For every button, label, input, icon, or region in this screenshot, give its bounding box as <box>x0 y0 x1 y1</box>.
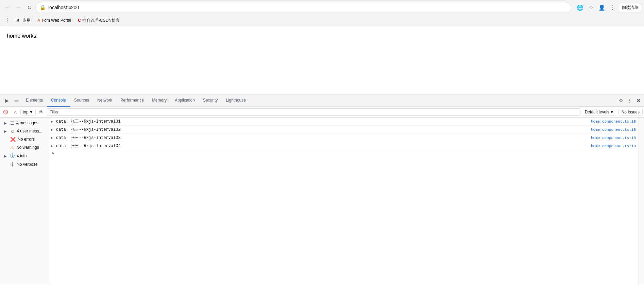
prompt-chevron-icon: ► <box>51 151 56 155</box>
no-issues-button[interactable]: No Issues <box>618 109 643 115</box>
devtools-close-button[interactable]: ✖ <box>634 96 643 105</box>
error-icon: ❌ <box>10 137 16 142</box>
default-levels-dropdown-icon: ▼ <box>610 110 614 114</box>
sidebar-warnings-label: No warnings <box>16 145 39 150</box>
expand-user-icon: ▶ <box>3 128 8 134</box>
nav-bar: ← → ↻ 🔒 localhost:4200 🌐 ☆ 👤 ⋮ 阅读清单 <box>0 0 644 15</box>
no-issues-label: No Issues <box>622 110 640 114</box>
reload-button[interactable]: ↻ <box>24 3 34 12</box>
expand-info-icon: ▶ <box>3 153 8 159</box>
eye-button[interactable]: 👁 <box>37 108 45 116</box>
bookmark-csdn-label: 内容管理-CSDN博客 <box>82 18 120 23</box>
row-expand-icon[interactable]: ▶ <box>49 136 55 140</box>
row-expand-icon[interactable]: ▶ <box>49 128 55 132</box>
console-filter-button[interactable]: △ <box>11 108 19 116</box>
verbose-icon: 🛈 <box>10 162 15 167</box>
address-bar[interactable]: 🔒 localhost:4200 <box>35 2 571 13</box>
default-levels-label: Default levels <box>585 110 609 114</box>
apps-icon[interactable]: ⋮ <box>3 15 12 25</box>
sidebar-verbose-label: No verbose <box>17 162 37 167</box>
apps-grid-icon: ⊞ <box>16 18 21 23</box>
expand-messages-icon: ▶ <box>3 120 8 126</box>
tab-memory[interactable]: Memory <box>148 94 171 107</box>
row-source-link[interactable]: home.component.ts:18 <box>591 144 639 148</box>
list-icon: ☰ <box>10 121 14 126</box>
profile-button[interactable]: 👤 <box>597 3 607 12</box>
nav-actions: 🌐 ☆ 👤 ⋮ <box>575 3 617 12</box>
row-content: data: 张三--Rxjs-Interval34 <box>55 143 591 149</box>
filter-input[interactable] <box>47 108 580 116</box>
console-right-rail <box>639 118 644 284</box>
back-button[interactable]: ← <box>3 3 12 12</box>
console-row: ▶ data: 张三--Rxjs-Interval31 home.compone… <box>49 118 639 126</box>
row-content: data: 张三--Rxjs-Interval32 <box>55 126 591 133</box>
devtools-inspect-button[interactable]: ▶ <box>3 96 11 105</box>
sidebar-item-errors[interactable]: ❌ No errors <box>0 135 49 143</box>
bookmark-fom[interactable]: A Fom Web Portal <box>35 17 74 24</box>
console-row: ▶ data: 张三--Rxjs-Interval33 home.compone… <box>49 134 639 142</box>
row-content: data: 张三--Rxjs-Interval33 <box>55 134 591 141</box>
devtools-overflow-button[interactable]: ⋮ <box>626 96 634 105</box>
fom-icon: A <box>37 18 40 23</box>
console-toolbar: 🚫 △ top ▼ 👁 Default levels ▼ No Issues <box>0 107 644 118</box>
user-icon: ☺ <box>10 129 15 134</box>
console-output: ▶ data: 张三--Rxjs-Interval31 home.compone… <box>49 118 639 284</box>
browser-chrome: ← → ↻ 🔒 localhost:4200 🌐 ☆ 👤 ⋮ 阅读清单 ⋮ ⊞ … <box>0 0 644 26</box>
tab-network[interactable]: Network <box>93 94 116 107</box>
devtools-panel: ▶ ▭ Elements Console Sources Network Per… <box>0 94 644 284</box>
row-expand-icon[interactable]: ▶ <box>49 120 55 124</box>
console-row: ▶ data: 张三--Rxjs-Interval34 home.compone… <box>49 142 639 150</box>
row-content: data: 张三--Rxjs-Interval31 <box>55 118 591 125</box>
tab-lighthouse[interactable]: Lighthouse <box>222 94 250 107</box>
csdn-icon: C <box>78 18 81 23</box>
sidebar-messages-label: 4 messages <box>16 121 38 125</box>
tab-console[interactable]: Console <box>47 94 70 107</box>
context-dropdown-icon: ▼ <box>29 110 33 114</box>
more-button[interactable]: ⋮ <box>608 3 617 12</box>
console-prompt-row: ► <box>49 150 639 157</box>
sidebar-item-messages[interactable]: ▶ ☰ 4 messages <box>0 119 49 127</box>
row-source-link[interactable]: home.component.ts:18 <box>591 120 639 124</box>
console-clear-button[interactable]: 🚫 <box>1 108 10 116</box>
sidebar-item-user-messages[interactable]: ▶ ☺ 4 user mess... <box>0 127 49 135</box>
sidebar-user-label: 4 user mess... <box>17 129 42 133</box>
console-row: ▶ data: 张三--Rxjs-Interval32 home.compone… <box>49 126 639 134</box>
row-source-link[interactable]: home.component.ts:18 <box>591 136 639 140</box>
sidebar-item-info[interactable]: ▶ ⓘ 4 info <box>0 151 49 160</box>
bookmark-apps[interactable]: ⊞ 应用 <box>13 16 33 25</box>
warning-icon: ⚠ <box>10 145 14 150</box>
bookmark-apps-label: 应用 <box>22 18 31 23</box>
devtools-settings-group: ⚙ ⋮ ✖ <box>617 96 643 105</box>
row-source-link[interactable]: home.component.ts:18 <box>591 128 639 132</box>
sidebar-errors-label: No errors <box>18 137 35 142</box>
bookmark-csdn[interactable]: C 内容管理-CSDN博客 <box>75 16 122 25</box>
lock-icon: 🔒 <box>40 5 46 10</box>
context-selector[interactable]: top ▼ <box>20 109 36 115</box>
sidebar-item-warnings[interactable]: ⚠ No warnings <box>0 143 49 151</box>
bookmark-fom-label: Fom Web Portal <box>42 18 71 23</box>
context-label: top <box>23 110 29 114</box>
info-icon: ⓘ <box>10 153 15 159</box>
forward-button[interactable]: → <box>14 3 23 12</box>
devtools-device-button[interactable]: ▭ <box>12 96 20 105</box>
tab-security[interactable]: Security <box>199 94 222 107</box>
devtools-settings-button[interactable]: ⚙ <box>617 96 625 105</box>
console-sidebar: ▶ ☰ 4 messages ▶ ☺ 4 user mess... ❌ No e… <box>0 118 49 284</box>
tab-elements[interactable]: Elements <box>22 94 47 107</box>
reader-mode-button[interactable]: 阅读清单 <box>619 3 641 12</box>
sidebar-item-verbose[interactable]: 🛈 No verbose <box>0 160 49 168</box>
sidebar-info-label: 4 info <box>17 154 27 158</box>
bookmark-button[interactable]: ☆ <box>586 3 596 12</box>
translate-button[interactable]: 🌐 <box>575 3 585 12</box>
bookmarks-bar: ⋮ ⊞ 应用 A Fom Web Portal C 内容管理-CSDN博客 <box>0 15 644 26</box>
tab-application[interactable]: Application <box>171 94 199 107</box>
default-levels-button[interactable]: Default levels ▼ <box>582 109 617 115</box>
tab-performance[interactable]: Performance <box>116 94 148 107</box>
row-expand-icon[interactable]: ▶ <box>49 144 55 148</box>
page-content: home works! <box>0 26 644 94</box>
tab-sources[interactable]: Sources <box>70 94 93 107</box>
devtools-tab-bar: ▶ ▭ Elements Console Sources Network Per… <box>0 94 644 107</box>
devtools-body: ▶ ☰ 4 messages ▶ ☺ 4 user mess... ❌ No e… <box>0 118 644 284</box>
url-text: localhost:4200 <box>48 5 567 10</box>
page-title: home works! <box>7 33 38 39</box>
